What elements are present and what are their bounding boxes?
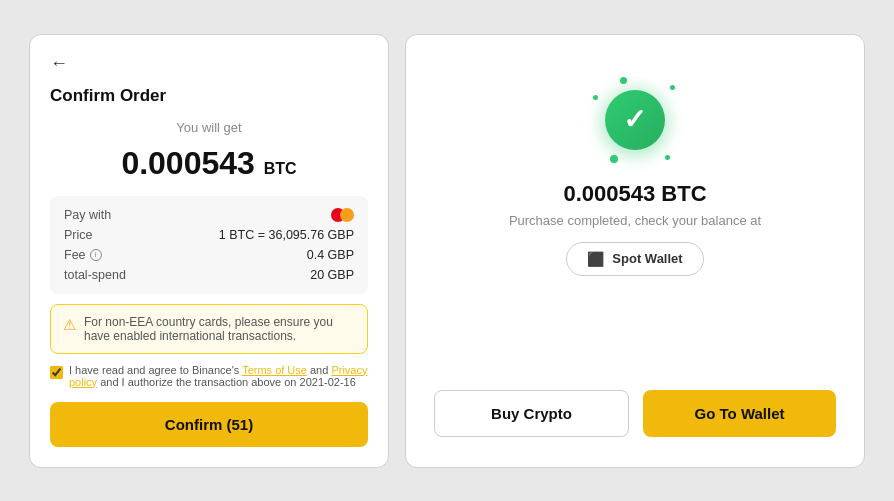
fee-value: 0.4 GBP <box>307 248 354 262</box>
pay-with-row: Pay with <box>64 208 354 222</box>
dot-4 <box>610 155 618 163</box>
total-row: total-spend 20 GBP <box>64 268 354 282</box>
price-value: 1 BTC = 36,095.76 GBP <box>219 228 354 242</box>
warning-box: ⚠ For non-EEA country cards, please ensu… <box>50 304 368 354</box>
purchase-label: Purchase completed, check your balance a… <box>509 213 761 228</box>
confirm-button[interactable]: Confirm (51) <box>50 402 368 447</box>
total-value: 20 GBP <box>310 268 354 282</box>
terms-text: I have read and agree to Binance's Terms… <box>69 364 368 388</box>
go-to-wallet-button[interactable]: Go To Wallet <box>643 390 836 437</box>
pay-with-label: Pay with <box>64 208 111 222</box>
privacy-link[interactable]: Privacy policy <box>69 364 367 388</box>
buy-crypto-button[interactable]: Buy Crypto <box>434 390 629 437</box>
dot-3 <box>665 155 670 160</box>
success-panel: ✓ 0.000543 BTC Purchase completed, check… <box>405 34 865 468</box>
back-button[interactable]: ← <box>50 53 368 74</box>
spot-wallet-label: Spot Wallet <box>612 251 682 266</box>
dot-1 <box>620 77 627 84</box>
spot-wallet-button[interactable]: ⬛ Spot Wallet <box>566 242 703 276</box>
warning-text: For non-EEA country cards, please ensure… <box>84 315 355 343</box>
bottom-buttons: Buy Crypto Go To Wallet <box>434 390 836 437</box>
success-icon-container: ✓ <box>590 75 680 165</box>
you-will-get-label: You will get <box>50 120 368 135</box>
terms-checkbox[interactable] <box>50 366 63 379</box>
order-details-box: Pay with Price 1 BTC = 36,095.76 GBP Fee… <box>50 196 368 294</box>
success-btc-amount: 0.000543 BTC <box>563 181 706 207</box>
warning-icon: ⚠ <box>63 316 76 334</box>
back-arrow-icon: ← <box>50 53 68 74</box>
terms-row: I have read and agree to Binance's Terms… <box>50 364 368 388</box>
page-title: Confirm Order <box>50 86 368 106</box>
wallet-icon: ⬛ <box>587 251 604 267</box>
price-label: Price <box>64 228 92 242</box>
fee-label: Fee i <box>64 248 102 262</box>
price-row: Price 1 BTC = 36,095.76 GBP <box>64 228 354 242</box>
success-circle: ✓ <box>605 90 665 150</box>
dot-5 <box>593 95 598 100</box>
terms-link[interactable]: Terms of Use <box>242 364 307 376</box>
fee-info-icon[interactable]: i <box>90 249 102 261</box>
fee-row: Fee i 0.4 GBP <box>64 248 354 262</box>
mastercard-icon <box>331 208 354 222</box>
confirm-order-panel: ← Confirm Order You will get 0.000543 BT… <box>29 34 389 468</box>
total-label: total-spend <box>64 268 126 282</box>
btc-amount-display: 0.000543 BTC <box>50 145 368 182</box>
checkmark-icon: ✓ <box>623 106 646 134</box>
dot-2 <box>670 85 675 90</box>
